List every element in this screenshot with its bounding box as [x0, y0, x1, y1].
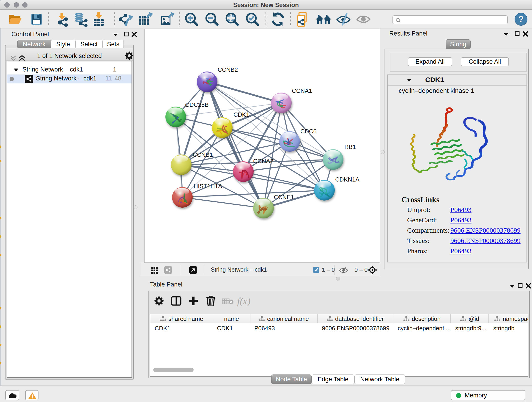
- svg-text:CDC25B: CDC25B: [185, 101, 209, 108]
- svg-text:CCNA2: CCNA2: [253, 158, 273, 165]
- svg-text:HIST1H1A: HIST1H1A: [194, 183, 222, 190]
- svg-text:CDC6: CDC6: [300, 128, 317, 135]
- svg-text:CCNB2: CCNB2: [218, 66, 238, 73]
- svg-text:CCNA1: CCNA1: [292, 87, 312, 94]
- svg-text:CDK1: CDK1: [234, 111, 249, 118]
- svg-text:RB1: RB1: [344, 143, 356, 150]
- svg-text:?: ?: [518, 14, 524, 24]
- svg-text:CCNE1: CCNE1: [274, 194, 294, 201]
- svg-text:CDKN1A: CDKN1A: [335, 176, 360, 183]
- svg-text:CCNB1: CCNB1: [193, 151, 213, 158]
